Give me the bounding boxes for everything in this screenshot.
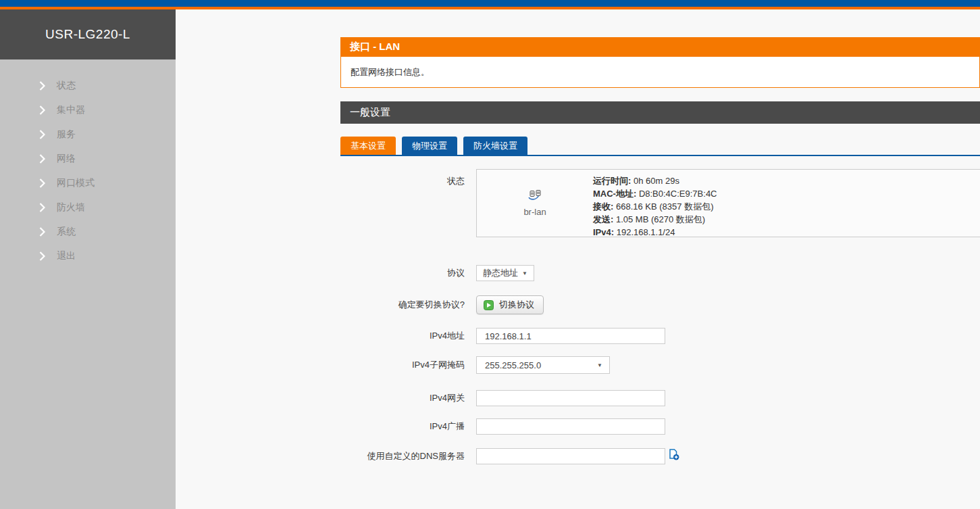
status-detail-line: IPv4: 192.168.1.1/24 bbox=[593, 226, 717, 239]
status-detail-line: MAC-地址: D8:B0:4C:E9:7B:4C bbox=[593, 187, 717, 200]
dns-input[interactable] bbox=[476, 448, 665, 464]
ipv4-netmask-row: IPv4子网掩码 255.255.255.0 ▼ bbox=[340, 356, 980, 374]
sidebar-item-status[interactable]: 状态 bbox=[0, 74, 176, 98]
sidebar-item-label: 服务 bbox=[57, 128, 76, 141]
ipv4-broadcast-label: IPv4广播 bbox=[340, 420, 465, 433]
page-title: 接口 - LAN bbox=[340, 37, 980, 56]
sidebar-item-label: 网口模式 bbox=[57, 177, 95, 189]
add-entry-icon[interactable] bbox=[667, 448, 679, 460]
ipv4-address-input[interactable] bbox=[476, 328, 665, 344]
sidebar-item-label: 网络 bbox=[57, 153, 76, 165]
sidebar-item-label: 退出 bbox=[57, 250, 76, 262]
ipv4-gateway-label: IPv4网关 bbox=[340, 392, 465, 404]
sidebar-item-label: 防火墙 bbox=[57, 201, 85, 214]
dns-field bbox=[465, 448, 679, 464]
switch-protocol-button[interactable]: 切换协议 bbox=[476, 295, 544, 314]
chevron-right-icon bbox=[39, 227, 46, 237]
ipv4-address-label: IPv4地址 bbox=[340, 330, 465, 342]
page-description: 配置网络接口信息。 bbox=[340, 56, 980, 88]
sidebar-item-logout[interactable]: 退出 bbox=[0, 244, 176, 268]
chevron-right-icon bbox=[39, 154, 46, 164]
device-title: USR-LG220-L bbox=[0, 9, 176, 59]
section-title: 一般设置 bbox=[340, 101, 980, 124]
interface-name: br-lan bbox=[523, 207, 546, 217]
switch-protocol-label: 确定要切换协议? bbox=[340, 299, 465, 311]
sidebar-item-network[interactable]: 网络 bbox=[0, 147, 176, 171]
content: 接口 - LAN 配置网络接口信息。 一般设置 基本设置物理设置防火墙设置 状态 bbox=[340, 9, 980, 464]
sidebar-item-firewall[interactable]: 防火墙 bbox=[0, 195, 176, 220]
settings-form: 状态 bbox=[340, 169, 980, 464]
ipv4-broadcast-input[interactable] bbox=[476, 418, 665, 435]
chevron-right-icon bbox=[39, 105, 46, 115]
protocol-select[interactable]: 静态地址 ▼ bbox=[476, 265, 534, 281]
sidebar-item-system[interactable]: 系统 bbox=[0, 220, 176, 244]
main-area: 接口 - LAN 配置网络接口信息。 一般设置 基本设置物理设置防火墙设置 状态 bbox=[176, 9, 980, 509]
status-detail-line: 运行时间: 0h 60m 29s bbox=[593, 174, 717, 187]
status-label: 状态 bbox=[340, 169, 465, 187]
interface-cell: br-lan bbox=[477, 170, 593, 237]
chevron-down-icon: ▼ bbox=[597, 362, 602, 368]
chevron-right-icon bbox=[39, 203, 46, 212]
status-details: 运行时间: 0h 60m 29sMAC-地址: D8:B0:4C:E9:7B:4… bbox=[593, 170, 717, 237]
chevron-right-icon bbox=[39, 178, 46, 188]
chevron-right-icon bbox=[39, 81, 46, 91]
sidebar-item-services[interactable]: 服务 bbox=[0, 122, 176, 147]
ipv4-broadcast-row: IPv4广播 bbox=[340, 418, 980, 435]
chevron-right-icon bbox=[39, 251, 46, 261]
sidebar-item-label: 系统 bbox=[57, 226, 76, 238]
interface-status-box: br-lan 运行时间: 0h 60m 29sMAC-地址: D8:B0:4C:… bbox=[476, 169, 980, 237]
switch-protocol-row: 确定要切换协议? 切换协议 bbox=[340, 295, 980, 314]
ipv4-netmask-label: IPv4子网掩码 bbox=[340, 359, 465, 371]
sidebar: USR-LG220-L 状态集中器服务网络网口模式防火墙系统退出 bbox=[0, 9, 176, 509]
sidebar-item-concentrator[interactable]: 集中器 bbox=[0, 98, 176, 122]
tab-basic-settings[interactable]: 基本设置 bbox=[340, 137, 396, 155]
sidebar-item-label: 集中器 bbox=[57, 104, 85, 116]
network-interface-icon bbox=[527, 189, 542, 203]
chevron-right-icon bbox=[39, 130, 46, 139]
tab-physical-settings[interactable]: 物理设置 bbox=[402, 137, 457, 155]
ipv4-gateway-row: IPv4网关 bbox=[340, 390, 980, 406]
sidebar-item-label: 状态 bbox=[57, 80, 76, 92]
tab-firewall-settings[interactable]: 防火墙设置 bbox=[463, 137, 527, 155]
protocol-label: 协议 bbox=[340, 267, 465, 279]
protocol-select-value: 静态地址 bbox=[483, 267, 518, 279]
ipv4-address-row: IPv4地址 bbox=[340, 328, 980, 344]
status-detail-line: 接收: 668.16 KB (8357 数据包) bbox=[593, 200, 717, 213]
dns-label: 使用自定义的DNS服务器 bbox=[340, 450, 465, 462]
sidebar-menu: 状态集中器服务网络网口模式防火墙系统退出 bbox=[0, 59, 176, 268]
sidebar-item-port-mode[interactable]: 网口模式 bbox=[0, 171, 176, 195]
dns-row: 使用自定义的DNS服务器 bbox=[340, 448, 980, 464]
status-row: 状态 bbox=[340, 169, 980, 237]
ipv4-netmask-select-value: 255.255.255.0 bbox=[485, 360, 541, 370]
chevron-down-icon: ▼ bbox=[522, 270, 527, 276]
switch-protocol-button-label: 切换协议 bbox=[499, 299, 534, 311]
protocol-row: 协议 静态地址 ▼ bbox=[340, 265, 980, 281]
apply-icon bbox=[484, 300, 494, 310]
status-detail-line: 发送: 1.05 MB (6270 数据包) bbox=[593, 213, 717, 226]
ipv4-gateway-input[interactable] bbox=[476, 390, 665, 406]
tab-bar: 基本设置物理设置防火墙设置 bbox=[340, 137, 980, 156]
ipv4-netmask-select[interactable]: 255.255.255.0 ▼ bbox=[476, 356, 610, 374]
top-bar bbox=[0, 0, 980, 7]
